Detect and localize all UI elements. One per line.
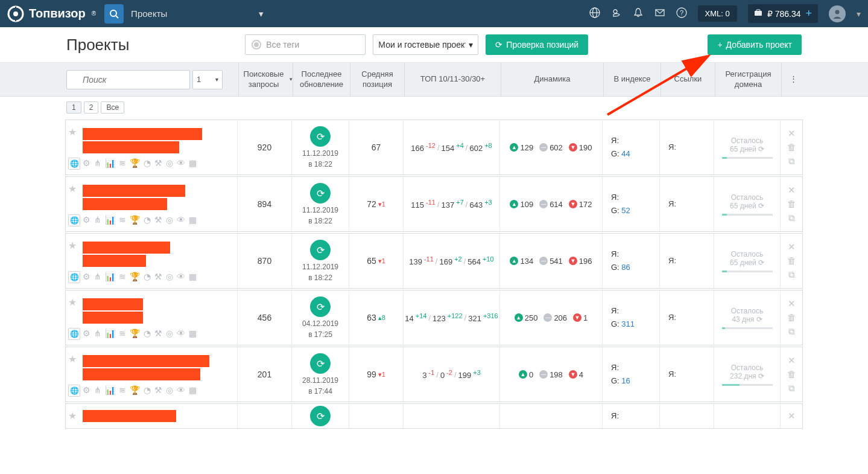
copy-icon[interactable]: ⧉ [788, 326, 795, 337]
clock-icon[interactable]: ◔ [144, 158, 151, 168]
trophy-icon[interactable]: 🏆 [130, 328, 140, 338]
hammer-icon[interactable]: ⚒ [154, 328, 162, 338]
col-index[interactable]: В индексе [603, 63, 661, 96]
eye-icon[interactable]: 👁 [177, 158, 185, 168]
bell-icon[interactable] [633, 7, 644, 20]
help-icon[interactable]: ? [676, 7, 687, 20]
gear-icon[interactable]: ⚙ [83, 158, 90, 168]
add-project-button[interactable]: + Добавить проект [708, 34, 802, 55]
project-url-redacted[interactable] [83, 255, 146, 267]
logo[interactable]: Топвизор ® [7, 5, 96, 22]
layers-icon[interactable]: ≋ [119, 272, 126, 281]
gear-icon[interactable]: ⚙ [83, 272, 90, 281]
clock-icon[interactable]: ◔ [144, 215, 151, 225]
refresh-icon[interactable]: ⟳ [758, 372, 764, 380]
copy-icon[interactable]: ⧉ [788, 269, 795, 280]
trash-icon[interactable]: 🗑 [787, 369, 796, 379]
tags-select[interactable]: Все теги [245, 34, 366, 55]
clock-icon[interactable]: ◔ [144, 385, 151, 395]
col-avgpos[interactable]: Средняя позиция [350, 63, 404, 96]
project-name-redacted[interactable] [83, 355, 209, 367]
target-icon[interactable]: ◎ [166, 385, 173, 395]
chart-icon[interactable]: 📊 [105, 158, 115, 168]
share-icon[interactable]: ⋔ [94, 328, 101, 338]
close-icon[interactable]: ✕ [788, 185, 796, 196]
gear-icon[interactable]: ⚙ [83, 385, 90, 395]
project-url-redacted[interactable] [83, 141, 179, 153]
col-registration[interactable]: Регистрация домена [715, 63, 781, 96]
target-icon[interactable]: ◎ [166, 272, 173, 281]
refresh-icon[interactable]: ⟳ [758, 145, 764, 153]
copy-icon[interactable]: ⧉ [788, 213, 795, 223]
eye-icon[interactable]: 👁 [177, 385, 185, 395]
layers-icon[interactable]: ≋ [119, 385, 126, 395]
copy-icon[interactable]: ⧉ [788, 156, 795, 167]
project-selector[interactable]: Проекты ▾ [131, 8, 264, 19]
avatar[interactable] [829, 5, 846, 22]
globe-icon[interactable]: 🌐 [68, 385, 80, 397]
share-icon[interactable]: ⋔ [94, 215, 101, 225]
globe-icon[interactable]: 🌐 [68, 214, 80, 226]
col-queries[interactable]: Поисковые запросы ▾ [238, 63, 293, 96]
eye-icon[interactable]: 👁 [177, 272, 185, 281]
refresh-button[interactable]: ⟳ [310, 296, 331, 317]
gear-icon[interactable]: ⚙ [83, 215, 90, 225]
hammer-icon[interactable]: ⚒ [154, 158, 162, 168]
col-dynamics[interactable]: Динамика [501, 63, 603, 96]
search-input[interactable] [66, 70, 190, 89]
grid-icon[interactable]: ▦ [189, 272, 197, 281]
project-url-redacted[interactable] [83, 312, 143, 324]
chart-icon[interactable]: 📊 [105, 215, 115, 225]
page-2[interactable]: 2 [84, 101, 99, 114]
project-url-redacted[interactable] [83, 368, 200, 380]
col-links[interactable]: Ссылки [661, 63, 715, 96]
col-menu-icon[interactable]: ⋮ [781, 63, 805, 96]
share-icon[interactable]: ⋔ [94, 272, 101, 281]
star-icon[interactable]: ★ [68, 183, 77, 194]
close-icon[interactable]: ✕ [788, 298, 796, 309]
hammer-icon[interactable]: ⚒ [154, 272, 162, 281]
project-name-redacted[interactable] [83, 298, 143, 310]
weather-icon[interactable] [611, 7, 622, 20]
grid-icon[interactable]: ▦ [189, 328, 197, 338]
copy-icon[interactable]: ⧉ [788, 383, 795, 394]
refresh-icon[interactable]: ⟳ [756, 315, 762, 324]
share-icon[interactable]: ⋔ [94, 158, 101, 168]
hammer-icon[interactable]: ⚒ [154, 385, 162, 395]
add-funds-icon[interactable]: + [805, 7, 812, 20]
close-icon[interactable]: ✕ [788, 411, 796, 421]
close-icon[interactable]: ✕ [788, 242, 796, 252]
chart-icon[interactable]: 📊 [105, 385, 115, 395]
star-icon[interactable]: ★ [68, 126, 77, 138]
globe-icon[interactable] [589, 7, 600, 20]
xml-counter[interactable]: XML: 0 [698, 5, 737, 22]
globe-icon[interactable]: 🌐 [68, 271, 80, 283]
grid-icon[interactable]: ▦ [189, 158, 197, 168]
check-positions-button[interactable]: ⟳ Проверка позиций [486, 34, 588, 55]
refresh-icon[interactable]: ⟳ [758, 258, 764, 267]
target-icon[interactable]: ◎ [166, 158, 173, 168]
mail-icon[interactable] [654, 7, 665, 20]
col-update[interactable]: Последнее обновление [293, 63, 350, 96]
layers-icon[interactable]: ≋ [119, 158, 126, 168]
star-icon[interactable]: ★ [68, 296, 77, 308]
visibility-select[interactable]: Мои и гостевые проекты ▾ [373, 34, 478, 55]
refresh-button[interactable]: ⟳ [310, 126, 331, 147]
grid-icon[interactable]: ▦ [189, 385, 197, 395]
grid-icon[interactable]: ▦ [189, 215, 197, 225]
refresh-button[interactable]: ⟳ [310, 240, 331, 260]
close-icon[interactable]: ✕ [788, 128, 796, 139]
project-name-redacted[interactable] [83, 242, 170, 254]
chevron-down-icon[interactable]: ▾ [857, 9, 861, 19]
col-top[interactable]: ТОП 10/11-30/30+ [404, 63, 501, 96]
star-icon[interactable]: ★ [68, 353, 77, 365]
project-name-redacted[interactable] [83, 128, 202, 140]
hammer-icon[interactable]: ⚒ [154, 215, 162, 225]
search-icon-button[interactable] [104, 4, 124, 24]
project-name-redacted[interactable] [83, 185, 185, 197]
target-icon[interactable]: ◎ [166, 328, 173, 338]
star-icon[interactable]: ★ [68, 240, 77, 251]
page-1[interactable]: 1 [66, 101, 81, 114]
trash-icon[interactable]: 🗑 [787, 255, 796, 266]
chart-icon[interactable]: 📊 [105, 272, 115, 281]
